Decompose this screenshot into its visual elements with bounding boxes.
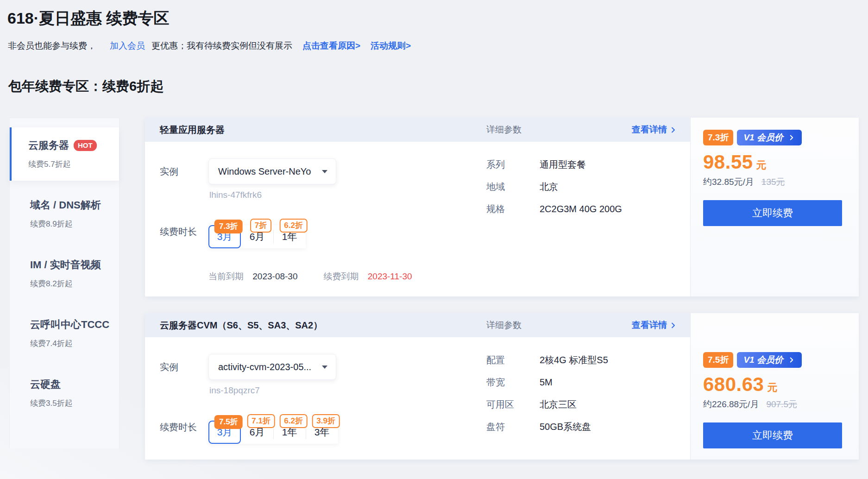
- product-card-cvm: 云服务器CVM（S6、S5、SA3、SA2） 详细参数 查看详情: [145, 313, 858, 460]
- sidebar-item-subtitle: 续费5.7折起: [28, 159, 112, 170]
- sidebar-item-subtitle: 续费8.9折起: [30, 219, 112, 229]
- expire-dates: 当前到期 2023-08-30 续费到期 2023-11-30: [208, 271, 486, 283]
- member-price-badge[interactable]: V1 会员价: [737, 352, 802, 368]
- spec-row: 系列 通用型套餐: [486, 158, 690, 170]
- card-list: 轻量应用服务器 详细参数 查看详情 实例: [145, 118, 858, 460]
- sidebar-item-im[interactable]: IM / 实时音视频 续费8.2折起: [10, 247, 119, 300]
- renew-now-button[interactable]: 立即续费: [703, 200, 842, 226]
- duration-option-3m[interactable]: 7.3折 3月: [208, 225, 241, 248]
- price-amount: 98.55: [703, 151, 753, 173]
- instance-select-value: activity-cvm-2023-05...: [218, 362, 311, 372]
- dropdown-caret-icon: [322, 170, 327, 173]
- spec-row: 可用区 北京三区: [486, 398, 690, 410]
- renew-expire-label: 续费到期: [323, 271, 359, 281]
- duration-option-6m[interactable]: 7折 6月: [241, 225, 273, 248]
- monthly-price: 约32.85元/月: [703, 176, 754, 188]
- discount-tag: 6.2折: [279, 219, 308, 233]
- discount-tag: 7.3折: [214, 220, 243, 233]
- subtitle-row: 非会员也能参与续费， 加入会员 更优惠；我有待续费实例但没有展示 点击查看原因>…: [8, 40, 868, 52]
- spec-row: 地域 北京: [486, 181, 690, 193]
- instance-id: ins-18pqzrc7: [209, 385, 336, 396]
- spec-list: 配置 2核4G 标准型S5 带宽 5M 可用区 北京三区: [486, 354, 690, 444]
- chevron-right-icon: [789, 357, 794, 363]
- spec-row: 盘符 50GB系统盘: [486, 421, 690, 433]
- view-detail-link[interactable]: 查看详情: [632, 319, 676, 331]
- instance-label: 实例: [160, 158, 208, 200]
- original-price: 907.5元: [766, 398, 797, 410]
- chevron-right-icon: [670, 322, 676, 328]
- duration-option-3y[interactable]: 3.9折 3年: [306, 421, 338, 444]
- price-panel: 7.3折 V1 会员价 98.55 元 约32.85元/月 135元: [690, 118, 859, 296]
- discount-tag: 3.9折: [312, 414, 340, 428]
- sidebar-item-subtitle: 续费8.2折起: [30, 278, 112, 289]
- instance-select-value: Windows Server-NeYo: [218, 166, 311, 177]
- join-member-link[interactable]: 加入会员: [110, 40, 145, 52]
- discount-tag: 7.1折: [247, 414, 275, 428]
- original-price: 135元: [761, 176, 785, 188]
- discount-badge: 7.5折: [703, 352, 733, 368]
- spec-row: 带宽 5M: [486, 376, 690, 388]
- monthly-price: 约226.88元/月: [703, 398, 759, 410]
- view-reason-link[interactable]: 点击查看原因>: [302, 40, 360, 52]
- discount-tag: 7.5折: [214, 415, 243, 429]
- renew-expire-value: 2023-11-30: [368, 271, 412, 281]
- sidebar-item-title: IM / 实时音视频: [30, 258, 101, 272]
- price-amount: 680.63: [703, 373, 764, 396]
- sidebar-item-subtitle: 续费3.5折起: [30, 398, 112, 409]
- sidebar-item-title: 云硬盘: [30, 378, 61, 391]
- price-currency: 元: [756, 158, 767, 172]
- duration-group: 7.5折 3月 7.1折 6月 6.2折 1年: [208, 421, 338, 444]
- discount-badge: 7.3折: [703, 130, 733, 145]
- params-label: 详细参数: [486, 319, 522, 331]
- renewal-page: 618·夏日盛惠 续费专区 非会员也能参与续费， 加入会员 更优惠；我有待续费实…: [0, 0, 868, 460]
- duration-option-6m[interactable]: 7.1折 6月: [241, 421, 273, 444]
- chevron-right-icon: [670, 127, 676, 133]
- sidebar-item-cloud-server[interactable]: 云服务器 HOT 续费5.7折起: [10, 127, 119, 181]
- view-detail-link[interactable]: 查看详情: [632, 124, 676, 136]
- activity-rules-link[interactable]: 活动规则>: [371, 40, 411, 52]
- spec-row: 规格 2C2G3M 40G 200G: [486, 203, 690, 215]
- content-row: 云服务器 HOT 续费5.7折起 域名 / DNS解析 续费8.9折起 IM /…: [0, 118, 868, 460]
- spec-row: 配置 2核4G 标准型S5: [486, 354, 690, 366]
- card-title: 云服务器CVM（S6、S5、SA3、SA2）: [160, 319, 322, 332]
- sidebar-item-tccc[interactable]: 云呼叫中心TCCC 续费7.4折起: [10, 307, 119, 360]
- note-prefix: 非会员也能参与续费，: [8, 40, 96, 52]
- sidebar-item-cbs[interactable]: 云硬盘 续费3.5折起: [10, 366, 119, 420]
- current-expire-label: 当前到期: [208, 271, 244, 281]
- card-title: 轻量应用服务器: [160, 124, 225, 136]
- duration-label: 续费时长: [160, 219, 208, 248]
- card-header: 云服务器CVM（S6、S5、SA3、SA2） 详细参数 查看详情: [145, 313, 690, 337]
- discount-tag: 7折: [250, 219, 271, 233]
- discount-tag: 6.2折: [279, 414, 308, 428]
- sidebar: 云服务器 HOT 续费5.7折起 域名 / DNS解析 续费8.9折起 IM /…: [9, 118, 120, 448]
- price-panel: 7.5折 V1 会员价 680.63 元 约226.88元/月 907.5元: [690, 313, 859, 460]
- sidebar-item-title: 云呼叫中心TCCC: [30, 318, 109, 332]
- duration-group: 7.3折 3月 7折 6月 6.2折 1年: [208, 225, 306, 248]
- product-card-lighthouse: 轻量应用服务器 详细参数 查看详情 实例: [145, 118, 858, 296]
- duration-option-1y[interactable]: 6.2折 1年: [273, 421, 306, 444]
- sidebar-item-subtitle: 续费7.4折起: [30, 338, 112, 349]
- spec-list: 系列 通用型套餐 地域 北京 规格 2C2G3M 40G 200G: [486, 158, 690, 283]
- page-title: 618·夏日盛惠 续费专区: [7, 7, 868, 29]
- instance-select[interactable]: activity-cvm-2023-05...: [208, 354, 336, 380]
- duration-option-1y[interactable]: 6.2折 1年: [273, 225, 306, 248]
- member-price-badge[interactable]: V1 会员价: [737, 130, 802, 145]
- current-expire-value: 2023-08-30: [252, 271, 297, 281]
- chevron-right-icon: [789, 135, 794, 140]
- card-header: 轻量应用服务器 详细参数 查看详情: [145, 118, 690, 142]
- duration-option-3m[interactable]: 7.5折 3月: [208, 421, 241, 444]
- sidebar-item-title: 云服务器: [28, 139, 69, 152]
- hot-badge: HOT: [74, 140, 97, 151]
- sidebar-item-title: 域名 / DNS解析: [30, 198, 101, 212]
- duration-label: 续费时长: [160, 414, 208, 444]
- params-label: 详细参数: [486, 124, 522, 136]
- price-currency: 元: [767, 381, 777, 395]
- sidebar-item-dns[interactable]: 域名 / DNS解析 续费8.9折起: [10, 187, 119, 240]
- instance-label: 实例: [160, 354, 208, 396]
- note-mid: 更优惠；我有待续费实例但没有展示: [151, 40, 292, 52]
- instance-select[interactable]: Windows Server-NeYo: [208, 158, 336, 184]
- section-title: 包年续费专区：续费6折起: [8, 77, 868, 95]
- dropdown-caret-icon: [322, 366, 327, 369]
- renew-now-button[interactable]: 立即续费: [703, 422, 842, 448]
- instance-id: lhins-47fkfrk6: [209, 190, 336, 200]
